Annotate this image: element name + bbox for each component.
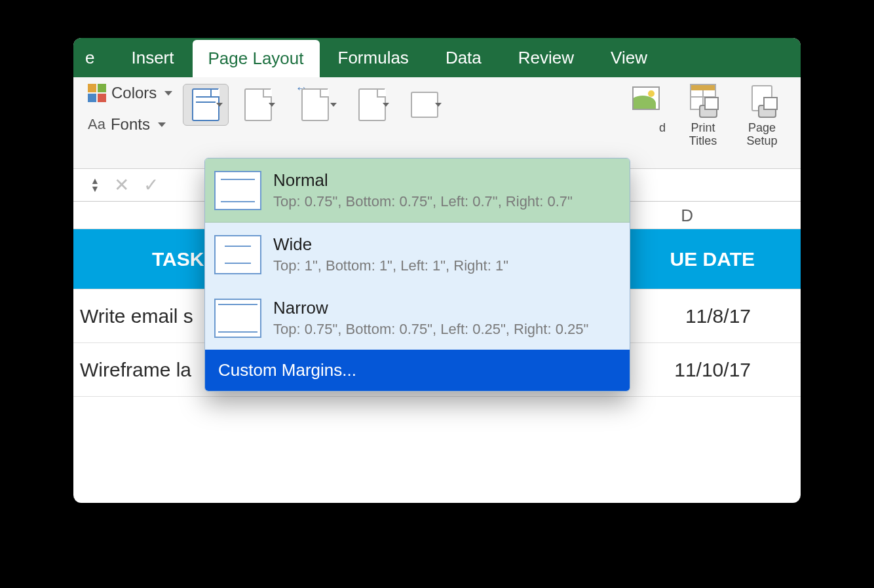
printer-icon	[699, 105, 717, 118]
print-area-icon	[358, 88, 386, 121]
margins-icon	[192, 88, 219, 121]
margins-narrow-icon	[214, 299, 261, 338]
option-subtitle: Top: 0.75", Bottom: 0.75", Left: 0.7", R…	[273, 193, 573, 210]
size-icon	[301, 88, 329, 121]
colors-icon	[88, 84, 106, 102]
margins-option-normal[interactable]: Normal Top: 0.75", Bottom: 0.75", Left: …	[205, 158, 630, 223]
background-label-fragment: d	[659, 122, 666, 135]
ribbon-toolbar: Colors Aa Fonts ↔	[73, 77, 801, 169]
chevron-down-icon	[164, 91, 172, 96]
orientation-icon	[244, 88, 272, 121]
cell-due: 11/10/17	[674, 359, 801, 381]
option-title: Custom Margins...	[218, 360, 356, 380]
breaks-icon	[411, 92, 438, 118]
print-area-button[interactable]	[349, 84, 395, 126]
fonts-icon: Aa	[88, 116, 105, 133]
option-title: Normal	[273, 170, 573, 191]
tab-data[interactable]: Data	[427, 39, 500, 77]
tab-formulas[interactable]: Formulas	[320, 39, 427, 77]
option-subtitle: Top: 0.75", Bottom: 0.75", Left: 0.25", …	[273, 321, 588, 338]
margins-wide-icon	[214, 235, 261, 274]
size-button[interactable]: ↔	[288, 84, 343, 126]
background-button[interactable]: d	[618, 84, 670, 148]
tab-review[interactable]: Review	[500, 39, 592, 77]
orientation-button[interactable]	[235, 84, 281, 126]
chevron-down-icon	[269, 103, 275, 107]
excel-window: e Insert Page Layout Formulas Data Revie…	[73, 38, 801, 503]
fonts-label: Fonts	[111, 115, 150, 134]
colors-label: Colors	[111, 84, 157, 102]
page-setup-button[interactable]: Page Setup	[736, 84, 788, 148]
option-subtitle: Top: 1", Bottom: 1", Left: 1", Right: 1"	[273, 257, 508, 274]
fonts-dropdown[interactable]: Aa Fonts	[88, 115, 172, 134]
cancel-icon[interactable]: ✕	[114, 174, 129, 196]
tab-view[interactable]: View	[592, 39, 666, 77]
tab-page-layout[interactable]: Page Layout	[193, 40, 320, 77]
chevron-down-icon	[383, 103, 389, 107]
option-title: Narrow	[273, 298, 588, 318]
margins-option-wide[interactable]: Wide Top: 1", Bottom: 1", Left: 1", Righ…	[205, 223, 630, 286]
margins-normal-icon	[214, 171, 261, 210]
print-titles-button[interactable]: Print Titles	[677, 84, 729, 148]
breaks-button[interactable]	[402, 84, 447, 126]
colors-dropdown[interactable]: Colors	[88, 84, 172, 102]
option-title: Wide	[273, 234, 508, 255]
margins-button[interactable]	[183, 84, 229, 126]
tab-insert[interactable]: Insert	[113, 39, 192, 77]
margins-option-narrow[interactable]: Narrow Top: 0.75", Bottom: 0.75", Left: …	[205, 286, 630, 350]
chevron-down-icon	[158, 122, 166, 127]
chevron-down-icon	[435, 103, 442, 107]
chevron-down-icon	[216, 103, 223, 107]
margins-option-custom[interactable]: Custom Margins...	[205, 350, 630, 391]
printer-icon	[758, 105, 776, 118]
name-box-stepper[interactable]: ▲▼	[90, 177, 100, 192]
cell-due: 11/8/17	[685, 305, 801, 327]
margins-dropdown-menu: Normal Top: 0.75", Bottom: 0.75", Left: …	[204, 158, 630, 392]
tab-home-fragment[interactable]: e	[73, 39, 113, 77]
column-header-d[interactable]: D	[681, 206, 693, 226]
chevron-down-icon	[330, 103, 337, 107]
header-task: TASK	[73, 248, 204, 270]
accept-icon[interactable]: ✓	[143, 174, 159, 196]
header-due-date: UE DATE	[670, 248, 801, 270]
picture-icon	[632, 86, 660, 110]
ribbon-tabs: e Insert Page Layout Formulas Data Revie…	[73, 38, 801, 77]
